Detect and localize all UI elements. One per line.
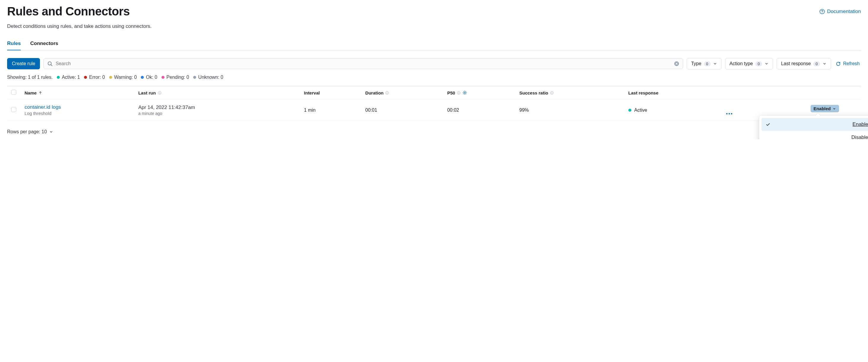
rows-per-page-label: Rows per page: 10 xyxy=(7,129,47,135)
filter-last-response-label: Last response xyxy=(781,61,811,66)
duration-value: 00:01 xyxy=(361,100,443,121)
status-warning: Warning: 0 xyxy=(109,75,137,80)
refresh-button[interactable]: Refresh xyxy=(835,58,861,69)
showing-text: Showing: 1 of 1 rules. xyxy=(7,75,53,80)
filter-type-label: Type xyxy=(691,61,702,66)
column-interval[interactable]: Interval xyxy=(300,86,361,100)
refresh-label: Refresh xyxy=(843,61,860,66)
chevron-down-icon xyxy=(713,62,717,66)
chevron-down-icon xyxy=(833,107,836,111)
chevron-down-icon xyxy=(823,62,827,66)
status-dot xyxy=(193,76,196,79)
info-icon xyxy=(158,91,161,95)
rows-per-page-select[interactable]: Rows per page: 10 xyxy=(7,129,861,135)
filter-type-count: 0 xyxy=(704,61,711,66)
svg-rect-10 xyxy=(726,113,727,114)
last-run-timestamp: Apr 14, 2022 11:42:37am xyxy=(138,105,296,111)
success-ratio-value: 99% xyxy=(515,100,624,121)
search-input[interactable] xyxy=(56,61,671,66)
last-run-relative: a minute ago xyxy=(138,111,296,116)
documentation-link[interactable]: Documentation xyxy=(819,8,861,15)
p50-value: 00:02 xyxy=(443,100,515,121)
response-dot xyxy=(628,109,631,112)
interval-value: 1 min xyxy=(300,100,361,121)
documentation-label: Documentation xyxy=(827,8,861,15)
page-subtitle: Detect conditions using rules, and take … xyxy=(7,23,861,29)
column-name[interactable]: Name xyxy=(21,86,134,100)
popover-item-disabled[interactable]: Disabled xyxy=(762,131,868,139)
filter-type[interactable]: Type 0 xyxy=(687,58,721,69)
more-horizontal-icon xyxy=(726,112,733,115)
column-last-run[interactable]: Last run xyxy=(134,86,300,100)
filter-last-response[interactable]: Last response 0 xyxy=(777,58,831,69)
rules-table: Name Last run Interval Duration P50 xyxy=(7,86,861,121)
svg-rect-11 xyxy=(728,113,730,114)
status-dot xyxy=(161,76,164,79)
status-error: Error: 0 xyxy=(84,75,105,80)
table-row: container.id logs Log threshold Apr 14, … xyxy=(7,100,861,121)
status-dot xyxy=(109,76,112,79)
info-icon xyxy=(457,91,461,95)
page-title: Rules and Connectors xyxy=(7,5,130,18)
svg-line-3 xyxy=(51,64,52,66)
status-pending: Pending: 0 xyxy=(161,75,189,80)
popover-item-enabled[interactable]: Enabled xyxy=(762,118,868,131)
search-input-wrapper[interactable] xyxy=(43,58,683,69)
status-summary: Showing: 1 of 1 rules. Active: 1 Error: … xyxy=(7,75,861,80)
info-icon xyxy=(385,91,389,95)
column-last-response[interactable]: Last response xyxy=(624,86,722,100)
refresh-icon xyxy=(836,61,841,66)
create-rule-button[interactable]: Create rule xyxy=(7,58,40,69)
status-ok: Ok: 0 xyxy=(141,75,157,80)
rule-type: Log threshold xyxy=(25,111,130,116)
filter-action-type-count: 0 xyxy=(755,61,762,66)
status-toggle[interactable]: Enabled xyxy=(811,105,839,112)
last-response-value: Active xyxy=(634,108,647,113)
chevron-down-icon xyxy=(765,62,769,66)
status-popover: Enabled Disabled Snooze xyxy=(759,115,868,139)
status-dot xyxy=(141,76,144,79)
chevron-down-icon xyxy=(49,130,53,134)
check-icon xyxy=(766,122,770,127)
info-icon xyxy=(550,91,554,95)
status-toggle-label: Enabled xyxy=(813,106,831,111)
column-p50[interactable]: P50 xyxy=(443,86,515,100)
status-active: Active: 1 xyxy=(57,75,80,80)
rule-name-link[interactable]: container.id logs xyxy=(25,104,130,110)
tab-connectors[interactable]: Connectors xyxy=(30,38,58,50)
status-dot xyxy=(57,76,60,79)
filter-action-type[interactable]: Action type 0 xyxy=(725,58,773,69)
search-icon xyxy=(47,61,53,66)
column-success-ratio[interactable]: Success ratio xyxy=(515,86,624,100)
row-checkbox[interactable] xyxy=(11,107,16,112)
help-icon xyxy=(819,9,825,14)
filter-action-type-label: Action type xyxy=(730,61,753,66)
svg-point-1 xyxy=(822,12,822,13)
select-all-checkbox[interactable] xyxy=(11,90,16,95)
tabs: Rules Connectors xyxy=(7,38,861,50)
row-actions-button[interactable] xyxy=(726,112,857,115)
status-unknown: Unknown: 0 xyxy=(193,75,223,80)
status-dot xyxy=(84,76,87,79)
sort-asc-icon xyxy=(38,91,42,95)
svg-rect-12 xyxy=(731,113,732,114)
filter-last-response-count: 0 xyxy=(813,61,820,66)
tab-rules[interactable]: Rules xyxy=(7,38,21,50)
gear-icon[interactable] xyxy=(462,90,467,95)
svg-point-8 xyxy=(464,92,465,93)
clear-search-icon[interactable] xyxy=(674,61,679,66)
column-duration[interactable]: Duration xyxy=(361,86,443,100)
